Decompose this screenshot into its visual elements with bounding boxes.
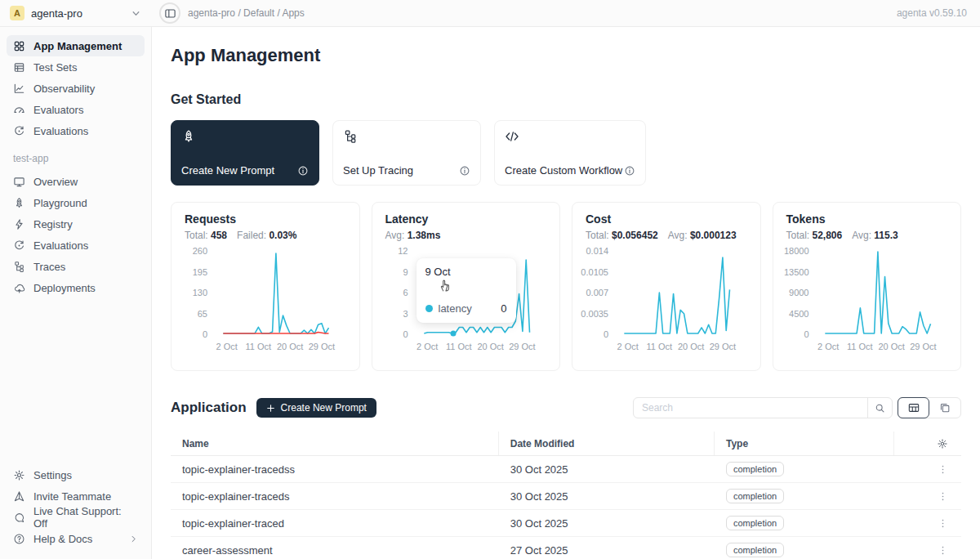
sidebar-item-help-docs[interactable]: Help & Docs bbox=[7, 528, 145, 549]
card-label: Create New Prompt bbox=[181, 164, 274, 177]
row-more-button[interactable] bbox=[936, 462, 951, 476]
sidebar-item-evaluators[interactable]: Evaluators bbox=[7, 99, 145, 120]
search-input[interactable] bbox=[634, 402, 867, 414]
cursor-hand-icon bbox=[438, 279, 452, 293]
x-axis-tick: 29 Oct bbox=[710, 342, 736, 351]
info-icon[interactable] bbox=[459, 165, 470, 177]
y-axis-tick: 0 bbox=[804, 329, 808, 339]
create-new-prompt-button[interactable]: Create New Prompt bbox=[256, 398, 376, 418]
y-axis-tick: 130 bbox=[193, 288, 207, 297]
help-icon bbox=[13, 533, 25, 545]
cell-date: 30 Oct 2025 bbox=[499, 463, 715, 476]
tokens-chart: 1800013500900045000 bbox=[786, 251, 948, 334]
create-new-prompt-card[interactable]: Create New Prompt bbox=[171, 120, 319, 186]
sidebar-item-settings[interactable]: Settings bbox=[7, 464, 145, 485]
x-axis-tick: 11 Oct bbox=[847, 342, 873, 351]
table-icon bbox=[13, 61, 25, 74]
y-axis-tick: 0.007 bbox=[586, 288, 608, 297]
card-title: Cost bbox=[586, 212, 747, 226]
table-row[interactable]: topic-explainer-tracedss 30 Oct 2025 com… bbox=[171, 456, 961, 483]
table-row[interactable]: topic-explainer-traceds 30 Oct 2025 comp… bbox=[171, 483, 961, 510]
info-icon[interactable] bbox=[297, 165, 309, 177]
more-vertical-icon bbox=[938, 464, 948, 475]
search-box bbox=[633, 397, 893, 418]
sidebar-item-label: Help & Docs bbox=[33, 533, 92, 545]
column-settings[interactable] bbox=[894, 432, 961, 455]
series-requests bbox=[223, 253, 328, 333]
sidebar-item-deployments[interactable]: Deployments bbox=[7, 277, 145, 298]
type-badge: completion bbox=[726, 516, 784, 530]
cost-chart: 0.0140.01050.0070.00350 bbox=[586, 251, 747, 334]
y-axis-tick: 260 bbox=[193, 246, 207, 256]
sidebar-item-overview[interactable]: Overview bbox=[7, 171, 145, 192]
y-axis-tick: 6 bbox=[403, 288, 408, 297]
app-version: agenta v0.59.10 bbox=[897, 7, 980, 19]
application-title: Application bbox=[171, 400, 247, 416]
sidebar-item-label: Playground bbox=[33, 197, 87, 209]
sidebar-item-evaluations[interactable]: Evaluations bbox=[7, 120, 145, 141]
create-button-label: Create New Prompt bbox=[281, 402, 367, 414]
x-axis-tick: 20 Oct bbox=[678, 342, 704, 351]
tooltip-value: 0 bbox=[501, 302, 506, 315]
sidebar-item-label: Invite Teammate bbox=[33, 490, 111, 503]
application-header: Application Create New Prompt bbox=[171, 397, 961, 418]
sidebar-item-live-chat[interactable]: Live Chat Support: Off bbox=[7, 507, 145, 528]
series-tokens bbox=[825, 252, 930, 333]
grid-icon bbox=[13, 40, 25, 52]
card-stats: Total: $0.056452Avg: $0.000123 bbox=[586, 230, 747, 241]
sidebar-collapse-button[interactable] bbox=[159, 2, 180, 24]
y-axis-tick: 12 bbox=[398, 246, 408, 256]
create-custom-workflow-card[interactable]: Create Custom Workflow bbox=[494, 120, 646, 186]
x-axis-tick: 11 Oct bbox=[647, 342, 673, 351]
table-row[interactable]: career-assessment 27 Oct 2025 completion bbox=[171, 537, 961, 559]
y-axis-tick: 0.014 bbox=[586, 246, 608, 256]
row-more-button[interactable] bbox=[936, 543, 951, 557]
sidebar-item-observability[interactable]: Observability bbox=[7, 78, 145, 99]
row-more-button[interactable] bbox=[936, 516, 951, 530]
circular-arrow-icon bbox=[13, 239, 25, 252]
column-date-modified[interactable]: Date Modified bbox=[499, 432, 715, 455]
table-row[interactable]: topic-explainer-traced 30 Oct 2025 compl… bbox=[171, 510, 961, 537]
card-view-button[interactable] bbox=[929, 398, 960, 418]
cell-name: career-assessment bbox=[171, 544, 499, 557]
table-view-icon bbox=[908, 402, 920, 414]
table-view-button[interactable] bbox=[898, 397, 929, 418]
y-axis-tick: 0.0105 bbox=[581, 267, 608, 277]
sidebar-item-evaluations-app[interactable]: Evaluations bbox=[7, 235, 145, 256]
hover-point-marker bbox=[451, 331, 457, 337]
monitor-icon bbox=[13, 176, 25, 188]
sidebar-item-invite-teammate[interactable]: Invite Teammate bbox=[7, 485, 145, 507]
more-vertical-icon bbox=[938, 518, 948, 529]
x-axis-tick: 29 Oct bbox=[509, 342, 535, 351]
search-button[interactable] bbox=[867, 398, 892, 418]
column-name[interactable]: Name bbox=[171, 432, 499, 455]
stat-total: Total: 458 bbox=[185, 230, 227, 241]
card-title: Tokens bbox=[786, 212, 948, 226]
workspace-selector[interactable]: A agenta-pro bbox=[0, 0, 152, 26]
sidebar-item-label: App Management bbox=[33, 40, 122, 52]
sidebar-item-label: Evaluations bbox=[33, 239, 88, 252]
sidebar-item-app-management[interactable]: App Management bbox=[7, 35, 145, 56]
card-label: Create Custom Workflow bbox=[505, 164, 622, 177]
card-view-icon bbox=[939, 402, 951, 414]
row-more-button[interactable] bbox=[936, 489, 951, 503]
sidebar-item-label: Overview bbox=[33, 176, 78, 188]
sidebar-item-label: Observability bbox=[33, 83, 95, 95]
sidebar-item-test-sets[interactable]: Test Sets bbox=[7, 56, 145, 78]
set-up-tracing-card[interactable]: Set Up Tracing bbox=[332, 120, 481, 186]
x-axis-tick: 20 Oct bbox=[277, 342, 303, 351]
x-axis-tick: 29 Oct bbox=[309, 342, 335, 351]
y-axis-tick: 0 bbox=[203, 329, 207, 339]
more-vertical-icon bbox=[938, 545, 948, 556]
sidebar-item-traces[interactable]: Traces bbox=[7, 256, 145, 277]
code-icon bbox=[505, 129, 519, 144]
rocket-icon bbox=[13, 197, 25, 209]
y-axis-tick: 9000 bbox=[789, 288, 808, 297]
column-type[interactable]: Type bbox=[715, 432, 894, 455]
sidebar-item-registry[interactable]: Registry bbox=[7, 213, 145, 235]
info-icon[interactable] bbox=[624, 165, 635, 177]
x-axis-tick: 11 Oct bbox=[446, 342, 472, 351]
sidebar-item-playground[interactable]: Playground bbox=[7, 192, 145, 213]
tooltip-series: latency bbox=[439, 302, 472, 315]
sidebar-item-label: Evaluators bbox=[33, 104, 83, 116]
